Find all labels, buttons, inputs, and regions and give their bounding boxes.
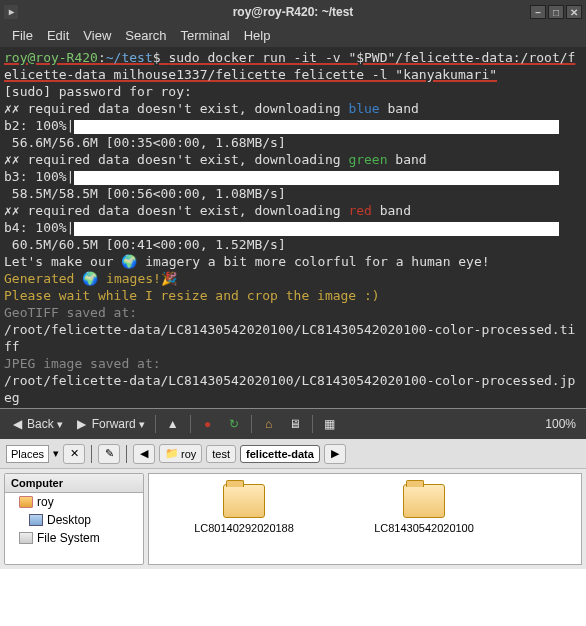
progress-b3-stats: 58.5M/58.5M [00:56<00:00, 1.08MB/s] <box>4 186 286 201</box>
terminal-output[interactable]: roy@roy-R420:~/test$ sudo docker run -it… <box>0 47 586 408</box>
minimize-button[interactable]: – <box>530 5 546 19</box>
band-red: red <box>348 203 371 218</box>
progress-b2-stats: 56.6M/56.6M [00:35<00:00, 1.68MB/s] <box>4 135 286 150</box>
prompt-user: roy@roy-R420 <box>4 50 98 65</box>
zoom-level: 100% <box>545 417 580 431</box>
terminal-app-icon: ▸ <box>4 5 18 19</box>
home-button[interactable]: ⌂ <box>258 415 280 433</box>
places-dropdown[interactable]: Places <box>6 445 49 463</box>
terminal-menubar: File Edit View Search Terminal Help <box>0 24 586 47</box>
jpeg-saved: JPEG image saved at: <box>4 356 161 371</box>
folder-icon <box>19 496 33 508</box>
menu-terminal[interactable]: Terminal <box>175 26 236 45</box>
menu-view[interactable]: View <box>77 26 117 45</box>
folder-item[interactable]: LC80140292020188 <box>169 484 319 534</box>
close-button[interactable]: ✕ <box>566 5 582 19</box>
back-arrow-icon: ◀ <box>10 417 24 431</box>
maximize-button[interactable]: □ <box>548 5 564 19</box>
colorful-line: Let's make our 🌍 imagery a bit more colo… <box>4 254 490 269</box>
home-icon: ⌂ <box>262 417 276 431</box>
reload-button[interactable]: ↻ <box>223 415 245 433</box>
up-arrow-icon: ▲ <box>166 417 180 431</box>
file-manager-window: ◀Back ▾ ▶Forward ▾ ▲ ● ↻ ⌂ 🖥 ▦ 100% Plac… <box>0 408 586 569</box>
fm-file-view[interactable]: LC80140292020188 LC81430542020100 <box>148 473 582 565</box>
progress-bar-b4 <box>74 222 559 236</box>
sidebar-head-computer: Computer <box>5 474 143 493</box>
forward-arrow-icon: ▶ <box>75 417 89 431</box>
fm-body: Computer roy Desktop File System LC80140… <box>0 469 586 569</box>
desktop-icon <box>29 514 43 526</box>
breadcrumb-felicette-data[interactable]: felicette-data <box>240 445 320 463</box>
toolbar-separator <box>126 445 127 463</box>
back-button[interactable]: ◀Back ▾ <box>6 415 67 433</box>
terminal-title: roy@roy-R420: ~/test <box>233 5 354 19</box>
refresh-icon: ↻ <box>227 417 241 431</box>
chevron-down-icon: ▾ <box>139 418 145 431</box>
geotiff-saved: GeoTIFF saved at: <box>4 305 137 320</box>
chevron-down-icon[interactable]: ▾ <box>53 447 59 460</box>
path-forward-button[interactable]: ▶ <box>324 444 346 464</box>
fm-sidebar: Computer roy Desktop File System <box>4 473 144 565</box>
menu-file[interactable]: File <box>6 26 39 45</box>
path-back-button[interactable]: ◀ <box>133 444 155 464</box>
computer-icon: 🖥 <box>288 417 302 431</box>
terminal-window: ▸ roy@roy-R420: ~/test – □ ✕ File Edit V… <box>0 0 586 408</box>
drive-icon <box>19 532 33 544</box>
x-icon: ✗ <box>4 203 12 218</box>
band-green: green <box>348 152 387 167</box>
computer-button[interactable]: 🖥 <box>284 415 306 433</box>
up-button[interactable]: ▲ <box>162 415 184 433</box>
grid-icon: ▦ <box>323 417 337 431</box>
progress-b3-label: b3: 100%| <box>4 169 74 184</box>
breadcrumb-home[interactable]: 📁roy <box>159 444 202 463</box>
progress-b4-label: b4: 100%| <box>4 220 74 235</box>
toolbar-separator <box>312 415 313 433</box>
band-blue: blue <box>348 101 379 116</box>
edit-path-button[interactable]: ✎ <box>98 444 120 464</box>
folder-label: LC81430542020100 <box>374 522 474 534</box>
prompt-path: ~/test <box>106 50 153 65</box>
progress-b2-label: b2: 100%| <box>4 118 74 133</box>
tiff-path: /root/felicette-data/LC81430542020100/LC… <box>4 322 575 354</box>
fm-pathbar: Places ▾ ✕ ✎ ◀ 📁roy test felicette-data … <box>0 439 586 469</box>
toolbar-separator <box>190 415 191 433</box>
folder-icon <box>223 484 265 518</box>
progress-bar-b2 <box>74 120 559 134</box>
folder-label: LC80140292020188 <box>194 522 294 534</box>
menu-search[interactable]: Search <box>119 26 172 45</box>
jpeg-path: /root/felicette-data/LC81430542020100/LC… <box>4 373 575 405</box>
please-wait-line: Please wait while I resize and crop the … <box>4 288 380 303</box>
zoom-icons-button[interactable]: ▦ <box>319 415 341 433</box>
sidebar-item-roy[interactable]: roy <box>5 493 143 511</box>
breadcrumb-test[interactable]: test <box>206 445 236 463</box>
sidebar-item-filesystem[interactable]: File System <box>5 529 143 547</box>
toolbar-separator <box>155 415 156 433</box>
progress-bar-b3 <box>74 171 559 185</box>
generated-line: Generated 🌍 images!🎉 <box>4 271 177 286</box>
x-icon: ✗ <box>4 101 12 116</box>
stop-button[interactable]: ● <box>197 415 219 433</box>
folder-item[interactable]: LC81430542020100 <box>349 484 499 534</box>
sudo-prompt: [sudo] password for roy: <box>4 84 192 99</box>
sidebar-item-desktop[interactable]: Desktop <box>5 511 143 529</box>
x-icon: ✗ <box>4 152 12 167</box>
folder-icon: 📁 <box>165 447 179 460</box>
progress-b4-stats: 60.5M/60.5M [00:41<00:00, 1.52MB/s] <box>4 237 286 252</box>
chevron-down-icon: ▾ <box>57 418 63 431</box>
terminal-titlebar: ▸ roy@roy-R420: ~/test – □ ✕ <box>0 0 586 24</box>
menu-edit[interactable]: Edit <box>41 26 75 45</box>
record-icon: ● <box>201 417 215 431</box>
folder-icon <box>403 484 445 518</box>
forward-button[interactable]: ▶Forward ▾ <box>71 415 149 433</box>
fm-toolbar: ◀Back ▾ ▶Forward ▾ ▲ ● ↻ ⌂ 🖥 ▦ 100% <box>0 409 586 439</box>
toolbar-separator <box>91 445 92 463</box>
close-panel-button[interactable]: ✕ <box>63 444 85 464</box>
menu-help[interactable]: Help <box>238 26 277 45</box>
toolbar-separator <box>251 415 252 433</box>
